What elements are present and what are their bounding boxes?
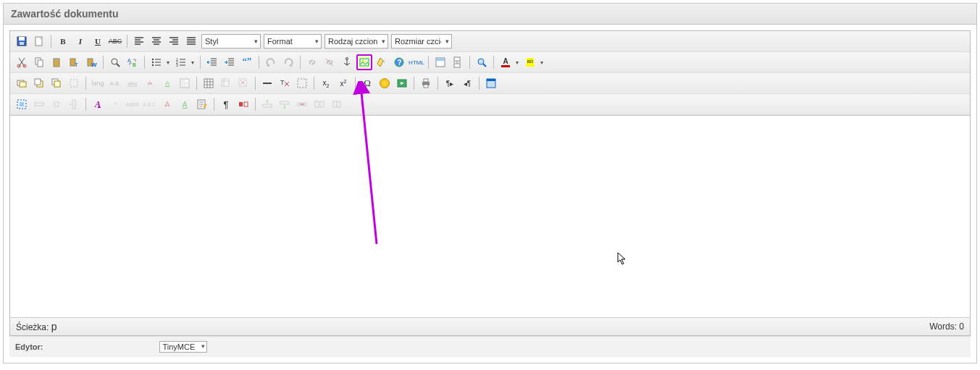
save-icon[interactable] — [14, 33, 30, 49]
bullet-list-icon[interactable] — [148, 54, 164, 70]
text-color-dropdown[interactable]: ▾ — [514, 54, 521, 70]
align-left-icon[interactable] — [131, 33, 147, 49]
row-props-icon[interactable] — [31, 96, 47, 112]
subscript-icon[interactable]: x2 — [318, 75, 334, 91]
paste-word-icon[interactable]: W — [83, 54, 99, 70]
abbr-element-icon[interactable]: ABBR — [125, 96, 141, 112]
numbered-list-dropdown[interactable]: ▾ — [189, 54, 196, 70]
paste-icon[interactable] — [49, 54, 64, 70]
insert-row-after-icon[interactable] — [277, 96, 293, 112]
blockquote-icon[interactable]: “” — [239, 54, 255, 70]
edit-attributes-icon[interactable] — [194, 96, 210, 112]
table-props-icon[interactable] — [218, 75, 234, 91]
special-char-icon[interactable]: Ω — [359, 75, 375, 91]
cell-props-icon[interactable] — [49, 96, 64, 112]
insert-layer-icon[interactable] — [14, 75, 30, 91]
table-icon[interactable] — [201, 75, 217, 91]
insert-row-before-icon[interactable] — [259, 96, 275, 112]
fontfamily-select[interactable]: Rodzaj czcionki — [324, 34, 388, 49]
outdent-icon[interactable] — [204, 54, 220, 70]
ltr-icon[interactable]: ¶▸ — [442, 75, 458, 91]
align-justify-icon[interactable] — [183, 33, 199, 49]
delete-row-icon[interactable] — [294, 96, 310, 112]
emoticon-icon[interactable] — [377, 75, 393, 91]
text-color-icon[interactable]: A — [498, 54, 514, 70]
align-right-icon[interactable] — [166, 33, 182, 49]
styleprops-icon[interactable]: A̲ — [90, 96, 106, 112]
unlink-icon[interactable] — [322, 54, 338, 70]
find-icon[interactable] — [107, 54, 123, 70]
select-all-icon[interactable] — [14, 96, 30, 112]
fontsize-select[interactable]: Rozmiar czcionki — [391, 34, 452, 49]
bg-color-icon[interactable]: ab — [522, 54, 538, 70]
numbered-list-icon[interactable]: 123 — [173, 54, 189, 70]
style-select[interactable]: Styl — [201, 34, 261, 49]
split-cells-icon[interactable] — [329, 96, 345, 112]
fullscreen-icon[interactable] — [483, 75, 499, 91]
undo-icon[interactable] — [263, 54, 279, 70]
path-display[interactable]: Ścieżka: p — [16, 321, 57, 332]
redo-icon[interactable] — [280, 54, 296, 70]
move-forward-icon[interactable] — [31, 75, 47, 91]
bold-icon[interactable]: B — [55, 33, 71, 49]
insert-pagebreak-icon[interactable] — [450, 54, 466, 70]
help-icon[interactable]: ? — [391, 54, 407, 70]
style-select-label: Styl — [205, 37, 218, 46]
align-center-icon[interactable] — [148, 33, 164, 49]
hr-icon[interactable] — [259, 75, 275, 91]
cite-element-icon[interactable]: “” — [107, 96, 123, 112]
bg-color-button[interactable]: ab ▾ — [522, 54, 545, 70]
numbered-list-button[interactable]: 123 ▾ — [173, 54, 196, 70]
table-delete-icon[interactable] — [235, 75, 251, 91]
svg-rect-64 — [320, 101, 324, 107]
attribs-icon[interactable] — [177, 75, 193, 91]
visual-aid-icon[interactable] — [294, 75, 310, 91]
format-select[interactable]: Format — [264, 34, 322, 49]
svg-point-4 — [17, 64, 20, 67]
text-color-button[interactable]: A ▾ — [498, 54, 521, 70]
superscript-icon[interactable]: x2 — [335, 75, 351, 91]
insert-image-icon[interactable] — [356, 54, 372, 70]
media-icon[interactable] — [394, 75, 410, 91]
paste-text-icon[interactable]: T — [66, 54, 82, 70]
bullet-list-dropdown[interactable]: ▾ — [164, 54, 172, 70]
abbr-icon[interactable]: abc — [125, 75, 141, 91]
del-element-icon[interactable]: A — [159, 96, 175, 112]
del-icon[interactable]: A — [142, 75, 158, 91]
indent-icon[interactable] — [222, 54, 238, 70]
move-backward-icon[interactable] — [49, 75, 64, 91]
visual-chars-icon[interactable]: ¶ — [218, 96, 234, 112]
anchor-icon[interactable] — [339, 54, 355, 70]
html-source-icon[interactable]: HTML — [409, 54, 424, 70]
absolute-position-icon[interactable] — [66, 75, 82, 91]
acronym-icon[interactable]: A.B. — [107, 75, 123, 91]
nonbreaking-icon[interactable] — [235, 96, 251, 112]
cite-icon[interactable]: lang — [90, 75, 106, 91]
path-value[interactable]: p — [51, 321, 57, 332]
italic-icon[interactable]: I — [72, 33, 88, 49]
cut-icon[interactable] — [14, 54, 30, 70]
cleanup-icon[interactable] — [374, 54, 390, 70]
editor-content-area[interactable] — [10, 115, 970, 318]
strikethrough-icon[interactable]: ABC — [107, 33, 123, 49]
print-icon[interactable] — [418, 75, 434, 91]
preview-icon[interactable] — [474, 54, 490, 70]
bullet-list-button[interactable]: ▾ — [148, 54, 172, 70]
merge-cells-icon[interactable] — [311, 96, 327, 112]
delete-col-icon[interactable] — [66, 96, 82, 112]
replace-icon[interactable]: AB — [125, 54, 141, 70]
svg-rect-48 — [424, 79, 428, 82]
rtl-icon[interactable]: ◂¶ — [459, 75, 475, 91]
acronym-element-icon[interactable]: A.B.C. — [142, 96, 158, 112]
new-document-icon[interactable] — [31, 33, 47, 49]
insert-template-icon[interactable] — [432, 54, 448, 70]
svg-rect-39 — [70, 80, 78, 87]
ins-icon[interactable]: A — [159, 75, 175, 91]
bg-color-dropdown[interactable]: ▾ — [538, 54, 545, 70]
copy-icon[interactable] — [31, 54, 47, 70]
ins-element-icon[interactable]: A — [177, 96, 193, 112]
editor-select[interactable]: TinyMCE — [159, 341, 208, 353]
remove-format-icon[interactable]: T — [277, 75, 293, 91]
link-icon[interactable] — [304, 54, 320, 70]
underline-icon[interactable]: U — [90, 33, 106, 49]
